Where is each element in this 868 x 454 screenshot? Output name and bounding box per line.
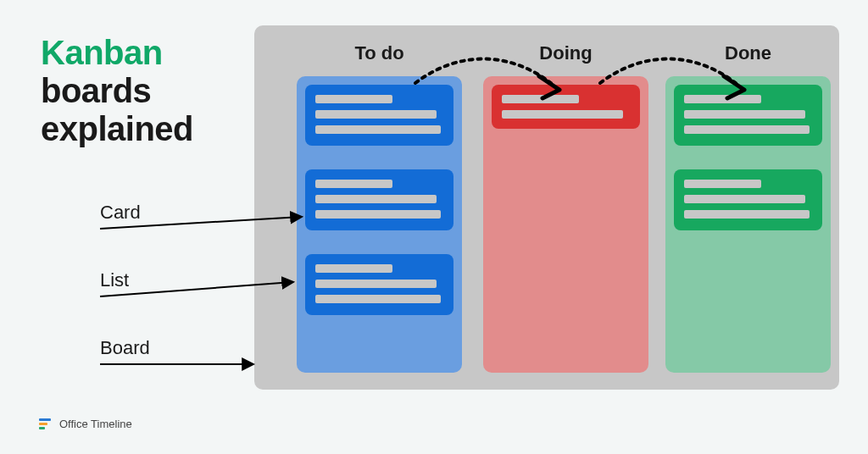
kanban-board: To do Doing: [254, 25, 839, 390]
card-line: [315, 110, 437, 119]
card: [305, 254, 453, 315]
annotation-board: Board: [100, 337, 150, 359]
card-line: [684, 195, 805, 203]
card-line: [315, 210, 441, 219]
title-accent: Kanban: [41, 34, 163, 71]
card: [305, 85, 453, 146]
annotation-card: Card: [100, 202, 141, 224]
card-line: [684, 110, 805, 119]
column-doing-header: Doing: [483, 42, 648, 64]
card: [305, 169, 453, 230]
card-line: [315, 264, 392, 273]
card: [492, 85, 640, 129]
card-line: [502, 95, 579, 103]
brand-logo-icon: [39, 418, 53, 430]
card: [674, 85, 822, 146]
card-line: [315, 125, 441, 134]
page-title: Kanban boards explained: [41, 34, 193, 147]
card-line: [684, 210, 810, 219]
card-line: [315, 180, 392, 188]
card-line: [315, 295, 441, 303]
title-rest: boards explained: [41, 72, 193, 147]
brand-text: Office Timeline: [59, 418, 132, 430]
brand: Office Timeline: [39, 418, 132, 430]
card-line: [315, 195, 437, 203]
column-todo: To do: [297, 76, 462, 373]
card-line: [502, 110, 623, 119]
column-todo-header: To do: [297, 42, 462, 64]
column-doing: Doing: [483, 76, 648, 373]
annotation-list: List: [100, 269, 129, 291]
card-line: [315, 280, 437, 288]
card-line: [684, 95, 761, 103]
column-done-header: Done: [665, 42, 831, 64]
card-line: [684, 180, 761, 188]
card: [674, 169, 822, 230]
column-done: Done: [665, 76, 831, 373]
card-line: [684, 125, 810, 134]
card-line: [315, 95, 392, 103]
